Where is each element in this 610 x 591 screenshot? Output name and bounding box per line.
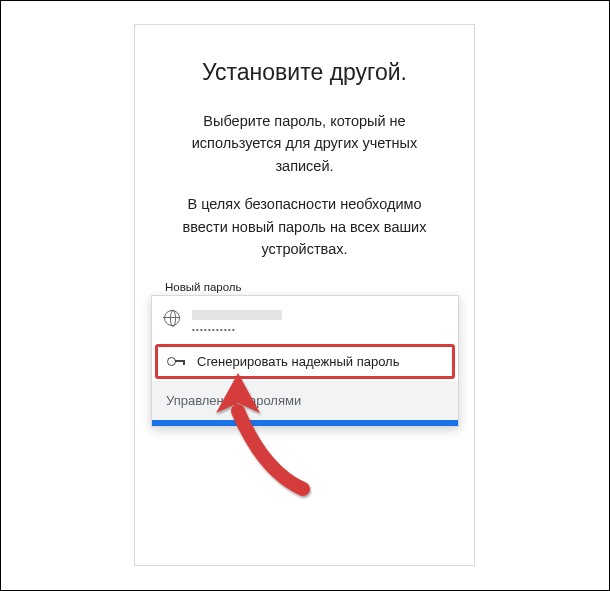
manage-passwords-label: Управление паролями	[166, 393, 301, 408]
generate-strong-password-item[interactable]: Сгенерировать надежный пароль	[155, 344, 455, 379]
page-title: Установите другой.	[165, 59, 444, 86]
fill-saved-password-item[interactable]: •••••••••••	[152, 296, 458, 342]
masked-password: •••••••••••	[192, 326, 282, 334]
key-icon	[167, 357, 185, 367]
manage-passwords-item[interactable]: Управление паролями	[152, 381, 458, 420]
generate-password-label: Сгенерировать надежный пароль	[197, 354, 399, 369]
subtitle-1: Выберите пароль, который не используется…	[165, 110, 444, 177]
redacted-site	[192, 310, 282, 320]
subtitle-2: В целях безопасности необходимо ввести н…	[165, 193, 444, 260]
new-password-label: Новый пароль	[165, 281, 444, 293]
accent-bar	[152, 420, 458, 426]
password-suggestion-dropdown: ••••••••••• Сгенерировать надежный парол…	[151, 295, 459, 427]
globe-icon	[164, 310, 180, 326]
